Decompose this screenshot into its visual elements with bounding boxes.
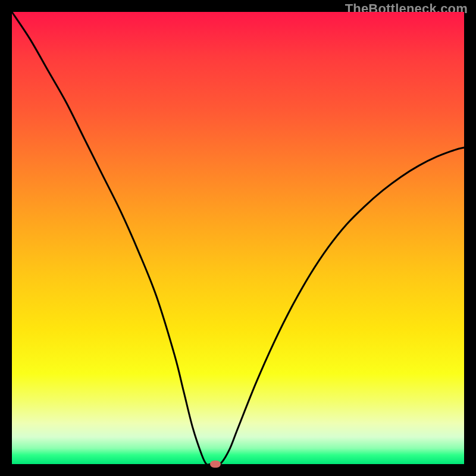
optimal-point-marker	[210, 461, 221, 468]
chart-frame: TheBottleneck.com	[0, 0, 476, 476]
plot-area	[12, 12, 464, 464]
bottleneck-curve	[12, 12, 464, 464]
